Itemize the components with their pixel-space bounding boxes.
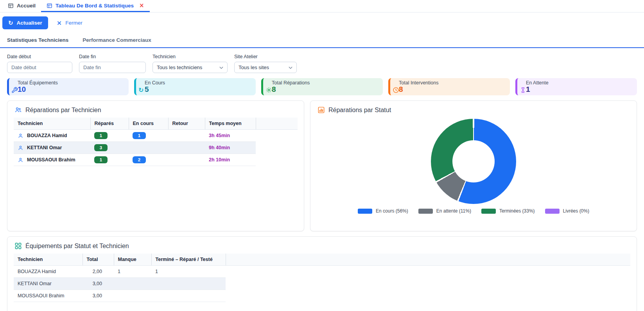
person-icon (18, 133, 23, 139)
section-tabs: Statistiques Techniciens Performance Com… (0, 33, 644, 48)
manque-value (114, 290, 151, 302)
close-icon: × (57, 19, 62, 27)
legend-label: Terminées (33%) (499, 208, 535, 214)
hourglass-icon (520, 87, 526, 93)
repairs-table: Technicien Réparés En cours Retour Temps… (14, 118, 298, 166)
toolbar: ↻ Actualiser × Fermer (0, 13, 644, 33)
close-link-label: Fermer (65, 20, 83, 26)
manque-value: 1 (114, 266, 151, 278)
status-chart-area: En cours (56%) En attente (11%) Terminée… (317, 118, 630, 214)
filter-technician: Technicien Tous les techniciens (152, 54, 228, 73)
chevron-down-icon (219, 65, 224, 70)
termine-value (151, 278, 226, 290)
technician-name: MOUSSAOUI Brahim (14, 290, 83, 302)
in-progress-badge: 1 (133, 132, 146, 139)
tab-accueil-label: Accueil (17, 3, 36, 9)
col-repares[interactable]: Réparés (90, 118, 129, 130)
chevron-down-icon (288, 65, 293, 70)
technician-select[interactable]: Tous les techniciens (152, 62, 228, 73)
users-icon (14, 106, 22, 114)
col-en-cours[interactable]: En cours (129, 118, 168, 130)
col-retour[interactable]: Retour (168, 118, 205, 130)
in-progress-value (129, 142, 168, 154)
date-end-label: Date fin (79, 54, 146, 59)
close-tab-icon[interactable]: × (139, 2, 144, 9)
gear-icon (265, 87, 272, 93)
legend-en-attente[interactable]: En attente (11%) (418, 208, 471, 214)
donut-hole (452, 140, 495, 182)
tab-dashboard[interactable]: Tableau De Bord & Statistiques × (41, 0, 150, 12)
wrench-icon (11, 87, 18, 93)
col-termine[interactable]: Terminé – Réparé / Testé (151, 254, 226, 266)
legend-en-cours[interactable]: En cours (56%) (358, 208, 408, 214)
panel-title-text: Équipements par Statut et Technicien (25, 243, 129, 250)
table-row[interactable]: MOUSSAOUI Brahim 3,00 (14, 290, 630, 302)
tab-statistiques-techniciens[interactable]: Statistiques Techniciens (0, 33, 75, 47)
window-tabbar: Accueil Tableau De Bord & Statistiques × (0, 0, 644, 13)
table-row[interactable]: BOUAZZA Hamid 2,00 1 1 (14, 266, 630, 278)
stat-cards: Total Équipements 10 ↻ En Cours 5 Total … (7, 78, 637, 95)
person-icon (18, 157, 23, 163)
card-value: 10 (18, 86, 129, 93)
card-value: 1 (526, 86, 637, 93)
table-row[interactable]: KETTANI Omar 3 9h 40min (14, 142, 298, 154)
card-en-cours: ↻ En Cours 5 (134, 78, 256, 95)
table-row[interactable]: KETTANI Omar 3,00 (14, 278, 630, 290)
table-row[interactable]: MOUSSAOUI Brahim 1 2 2h 10min (14, 154, 298, 166)
tab-dashboard-label: Tableau De Bord & Statistiques (56, 3, 134, 9)
card-label: Total Réparations (272, 80, 383, 86)
legend-livrees[interactable]: Livrées (0%) (545, 208, 589, 214)
in-progress-badge: 2 (133, 156, 146, 163)
card-value: 5 (145, 86, 256, 93)
legend-swatch (481, 209, 496, 214)
site-select-value: Tous les sites (239, 64, 269, 70)
repaired-badge: 1 (94, 132, 108, 139)
card-total-equipements: Total Équipements 10 (7, 78, 129, 95)
card-label: Total Équipements (18, 80, 129, 86)
repairs-by-status-panel: Réparations par Statut En cours (56%) En… (310, 100, 637, 231)
site-label: Site Atelier (234, 54, 297, 59)
equipment-panel-title: Équipements par Statut et Technicien (14, 240, 630, 254)
chart-legend: En cours (56%) En attente (11%) Terminée… (358, 208, 589, 214)
clock-icon (393, 87, 399, 93)
col-manque[interactable]: Manque (114, 254, 151, 266)
legend-label: Livrées (0%) (563, 208, 589, 214)
card-label: En Cours (145, 80, 256, 86)
manque-value (114, 278, 151, 290)
technician-name: BOUAZZA Hamid (14, 266, 83, 278)
legend-label: En cours (56%) (376, 208, 408, 214)
date-start-input[interactable] (7, 62, 72, 73)
technician-name: MOUSSAOUI Brahim (27, 157, 75, 163)
retour-value (168, 130, 205, 142)
equipment-table: Technicien Total Manque Terminé – Réparé… (14, 254, 630, 302)
person-icon (18, 145, 23, 151)
repairs-by-technician-panel: Réparations par Technicien Technicien Ré… (7, 100, 304, 231)
table-row[interactable]: BOUAZZA Hamid 1 1 3h 45min (14, 130, 298, 142)
filter-date-start: Date début (7, 54, 72, 73)
status-panel-title: Réparations par Statut (317, 104, 630, 118)
retour-value (168, 142, 205, 154)
status-donut[interactable] (431, 119, 516, 204)
retour-value (168, 154, 205, 166)
refresh-icon: ↻ (8, 20, 13, 27)
total-value: 3,00 (83, 278, 114, 290)
tab-accueil[interactable]: Accueil (2, 0, 41, 12)
legend-terminees[interactable]: Terminées (33%) (481, 208, 535, 214)
technician-select-value: Tous les techniciens (157, 64, 202, 70)
technician-name: BOUAZZA Hamid (27, 133, 67, 138)
col-filler (226, 254, 630, 266)
site-select[interactable]: Tous les sites (234, 62, 297, 73)
col-total[interactable]: Total (83, 254, 114, 266)
avg-time: 2h 10min (205, 154, 256, 166)
refresh-button[interactable]: ↻ Actualiser (2, 16, 48, 29)
technician-name: KETTANI Omar (14, 278, 83, 290)
date-start-label: Date début (7, 54, 72, 59)
col-technicien[interactable]: Technicien (14, 254, 83, 266)
col-technicien[interactable]: Technicien (14, 118, 90, 130)
repaired-badge: 1 (94, 156, 108, 163)
date-end-input[interactable] (79, 62, 146, 73)
close-link[interactable]: × Fermer (57, 19, 83, 27)
bar-chart-icon (318, 106, 325, 114)
tab-performance-commerciaux[interactable]: Performance Commerciaux (75, 33, 158, 47)
col-temps-moyen[interactable]: Temps moyen (205, 118, 256, 130)
